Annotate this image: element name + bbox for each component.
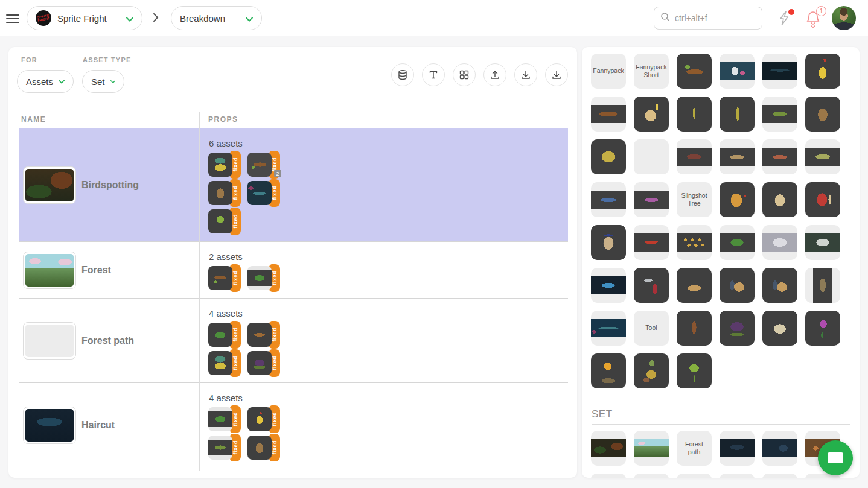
asset-pinecone[interactable] bbox=[805, 97, 840, 132]
global-search[interactable] bbox=[654, 7, 762, 30]
asset-canned-food[interactable] bbox=[762, 182, 797, 217]
menu-icon[interactable] bbox=[6, 12, 19, 24]
asset-tent-2[interactable] bbox=[762, 268, 797, 303]
asset-sleeping-bag-tan[interactable] bbox=[720, 139, 755, 174]
set-tile[interactable] bbox=[762, 474, 797, 478]
asset-slingshot-tree[interactable]: Slingshot Tree bbox=[677, 182, 712, 217]
leaf-chip[interactable]: fixed bbox=[208, 405, 243, 433]
leaf-chip[interactable]: fixed bbox=[208, 321, 243, 349]
asset-sausage[interactable] bbox=[677, 139, 712, 174]
asset-fannypack[interactable]: Fannypack bbox=[591, 54, 626, 89]
chat-button[interactable] bbox=[818, 440, 853, 475]
asset-tortilla-chips[interactable] bbox=[677, 225, 712, 260]
asset-wooden-stick[interactable] bbox=[677, 311, 712, 346]
asset-snail[interactable] bbox=[634, 353, 669, 388]
set-birdspotting[interactable] bbox=[591, 431, 626, 466]
asset-pocket-knife[interactable] bbox=[634, 268, 669, 303]
asset-night-branch[interactable] bbox=[762, 54, 797, 89]
plums-chip[interactable]: fixed bbox=[247, 349, 282, 377]
asset-pickle[interactable] bbox=[762, 97, 797, 132]
asset-candy-bar[interactable] bbox=[634, 225, 669, 260]
set-tile[interactable] bbox=[591, 474, 626, 478]
twig-branch-chip[interactable]: fixed2 bbox=[247, 151, 282, 179]
drooping-flower-chip[interactable]: fixed bbox=[208, 349, 243, 377]
asset-pretzel-bag[interactable] bbox=[591, 225, 626, 260]
export-button[interactable] bbox=[545, 63, 568, 86]
search-input[interactable] bbox=[675, 13, 747, 23]
asset-sleeping-bag-blue[interactable] bbox=[591, 182, 626, 217]
pickle-chip[interactable]: fixed bbox=[208, 434, 243, 461]
asset-spray-can[interactable] bbox=[591, 268, 626, 303]
upload-button[interactable] bbox=[483, 63, 506, 86]
asset-plums[interactable] bbox=[720, 311, 755, 346]
asset-dandelion-flower[interactable] bbox=[591, 353, 626, 388]
asset-tent-collapsed[interactable] bbox=[677, 268, 712, 303]
pinecone-chip[interactable]: fixed bbox=[247, 434, 282, 461]
thorny-branch-chip[interactable]: fixed bbox=[247, 179, 282, 207]
asset-tool[interactable]: Tool bbox=[634, 311, 669, 346]
set-tile-thumbnail bbox=[762, 474, 797, 478]
asset-salt-stix-box[interactable] bbox=[805, 182, 840, 217]
text-view-button[interactable] bbox=[422, 63, 445, 86]
lighter-fluid-can-chip[interactable]: fixed bbox=[247, 405, 282, 433]
asset-sleeping-bag-red[interactable] bbox=[762, 139, 797, 174]
asset-empty[interactable] bbox=[634, 139, 669, 174]
chevron-down-icon bbox=[59, 80, 65, 84]
user-avatar[interactable] bbox=[832, 6, 856, 30]
database-button[interactable] bbox=[391, 63, 414, 86]
project-selector[interactable]: SPRITE FRIGHT Sprite Fright bbox=[27, 6, 142, 30]
set-haircut-thumbnail bbox=[720, 439, 755, 457]
clover-chip[interactable]: fixed bbox=[208, 208, 243, 235]
asset-night-branch-thumbnail bbox=[762, 62, 797, 80]
table-row[interactable]: Birdspotting6 assetsfixedfixed2fixedfixe… bbox=[19, 128, 568, 242]
asset-broken-eggshell[interactable] bbox=[762, 311, 797, 346]
for-dropdown[interactable]: Assets bbox=[17, 70, 74, 93]
asset-tent[interactable] bbox=[720, 268, 755, 303]
asset-lighter-fluid-can[interactable] bbox=[805, 54, 840, 89]
set-night-forest[interactable] bbox=[762, 431, 797, 466]
asset-notepad[interactable] bbox=[634, 97, 669, 132]
asset-rope[interactable] bbox=[591, 139, 626, 174]
asset-spiderweb-light[interactable] bbox=[762, 225, 797, 260]
page-selector[interactable]: Breakdown bbox=[171, 6, 262, 30]
set-forest[interactable] bbox=[634, 431, 669, 466]
set-tile[interactable] bbox=[720, 474, 755, 478]
wooden-stick-chip[interactable]: fixed bbox=[247, 321, 282, 349]
set-tile[interactable] bbox=[677, 474, 712, 478]
asset-spiderweb-dark-thumbnail bbox=[805, 233, 840, 252]
asset-type-dropdown[interactable]: Set bbox=[82, 70, 124, 93]
grid-view-button[interactable] bbox=[453, 63, 476, 86]
drooping-flower-chip[interactable]: fixed bbox=[208, 151, 243, 179]
twig-branch-chip[interactable]: fixed bbox=[208, 264, 243, 292]
asset-tulip-flower[interactable] bbox=[805, 311, 840, 346]
activity-icon[interactable] bbox=[777, 10, 793, 27]
asset-scissors-scene[interactable] bbox=[720, 54, 755, 89]
asset-clover[interactable] bbox=[677, 353, 712, 388]
download-button[interactable] bbox=[514, 63, 537, 86]
asset-sleeping-bag-purple[interactable] bbox=[634, 182, 669, 217]
table-row[interactable]: Haircut4 assetsfixedfixedfixedfixed bbox=[19, 383, 568, 467]
for-value: Assets bbox=[26, 77, 53, 87]
asset-tent-bag[interactable] bbox=[805, 268, 840, 303]
twig-branch-thumbnail bbox=[247, 153, 272, 177]
asset-log[interactable] bbox=[591, 97, 626, 132]
set-tile[interactable] bbox=[634, 474, 669, 478]
table-row[interactable]: Forest path4 assetsfixedfixedfixedfixed bbox=[19, 299, 568, 383]
asset-yellow-twig[interactable] bbox=[720, 97, 755, 132]
set-haircut[interactable] bbox=[720, 431, 755, 466]
asset-sleeping-bag-green[interactable] bbox=[805, 139, 840, 174]
asset-fannypack-short[interactable]: Fannypack Short bbox=[634, 54, 669, 89]
asset-thorn-needle[interactable] bbox=[677, 97, 712, 132]
asset-thorny-branch-scene[interactable] bbox=[591, 311, 626, 346]
leaf-chip[interactable]: fixed bbox=[247, 264, 282, 292]
asset-branch-with-leaves[interactable] bbox=[677, 54, 712, 89]
pinecone-chip[interactable]: fixed bbox=[208, 179, 243, 207]
notifications-icon[interactable]: 1 bbox=[805, 10, 823, 28]
asset-leaf[interactable] bbox=[720, 225, 755, 260]
set-forest-path[interactable]: Forest path bbox=[677, 431, 712, 466]
table-row[interactable]: Forest2 assetsfixedfixed bbox=[19, 242, 568, 299]
asset-gummy-bears-bag[interactable] bbox=[720, 182, 755, 217]
asset-pocket-knife-thumbnail bbox=[634, 268, 669, 303]
asset-spiderweb-dark[interactable] bbox=[805, 225, 840, 260]
set-tile-thumbnail bbox=[591, 474, 626, 478]
